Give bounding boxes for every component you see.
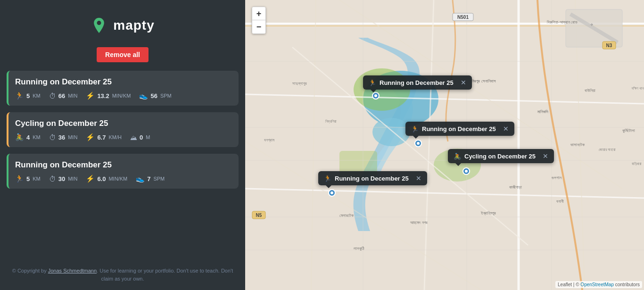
popup-close-4[interactable]: ✕ [416,174,421,182]
stat-cadence-value-1: 56 [150,92,157,99]
time-icon-2 [49,133,56,141]
svg-text:মানিকদি: মানিকদি [537,109,548,114]
bolt-icon-1 [86,91,95,100]
map-popup-4: 🏃 Running on December 25 ✕ [318,171,427,185]
mapty-logo-icon [91,17,107,34]
osm-link[interactable]: OpenStreetMap [580,282,614,287]
stat-time-unit-2: MIN [68,134,77,140]
shoe-icon-1 [139,91,148,100]
leaflet-label: Leaflet [558,282,572,287]
stat-time-unit-1: MIN [68,93,77,99]
svg-text:কুর্মিটোলা: কুর্মিটোলা [622,128,635,133]
stat-cadence-1: 56 SPM [139,91,171,100]
svg-text:✈: ✈ [590,23,594,27]
svg-text:N5: N5 [256,213,262,218]
stat-cadence-value-3: 7 [147,175,150,182]
svg-text:গুলশান: গুলশান [551,175,561,180]
popup-label-3: Cycling on December 25 [464,153,536,160]
stat-pace-unit-3: MIN/KM [108,176,127,182]
popup-close-3[interactable]: ✕ [543,152,548,160]
stat-distance-value-2: 4 [26,134,30,141]
zoom-in-button[interactable]: + [252,7,265,20]
bolt-icon-2 [86,133,95,141]
copyright: © Copyright by Jonas Schmedtmann. Use fo… [0,262,245,290]
stat-time-value-1: 66 [58,92,65,99]
svg-text:কাজীপাড়া: কাজীপাড়া [509,185,522,190]
workout-card-1[interactable]: Running on December 25 5 KM 66 MIN 13.2 … [7,71,239,106]
svg-text:বিরুলিয়া-আক্রান রোড: বিরুলিয়া-আক্রান রোড [547,20,578,25]
popup-close-1[interactable]: ✕ [461,79,466,86]
stat-distance-1: 5 KM [15,91,41,100]
app-name: mapty [113,18,154,33]
svg-point-60 [465,170,468,173]
svg-text:মেলারটেক: মেলারটেক [339,213,354,218]
stat-pace-unit-1: MIN/KM [112,93,131,99]
stat-pace-value-3: 6.0 [97,175,106,182]
map-area: ✈ N501 N3 N5 সাদুল্লাপুর বনগ্রাম মিরপুর … [245,0,644,290]
map-background: ✈ N501 N3 N5 সাদুল্লাপুর বনগ্রাম মিরপুর … [245,0,644,290]
stat-speed-2: 6.7 KM/H [86,133,122,141]
map-pin-3 [462,167,471,175]
workout-card-3[interactable]: Running on December 25 5 KM 30 MIN 6.0 M… [7,154,239,189]
map-popup-3: 🚴 Cycling on December 25 ✕ [448,149,554,163]
svg-text:আহমেদ নগর: আহমেদ নগর [410,220,428,225]
stat-pace-3: 6.0 MIN/KM [86,174,127,183]
stat-distance-value-1: 5 [26,92,30,99]
bolt-icon-3 [86,174,95,183]
workout-card-2[interactable]: Cycling on December 25 4 KM 36 MIN 6.7 K… [7,112,239,147]
time-icon-1 [49,92,56,100]
stat-time-3: 30 MIN [49,174,78,183]
stat-pace-value-1: 13.2 [97,92,109,99]
svg-text:দক্ষিণ খান: দক্ষিণ খান [631,86,644,91]
workout-stats-2: 4 KM 36 MIN 6.7 KM/H 0 M [15,133,230,141]
popup-label-1: Running on December 25 [380,79,454,86]
stat-distance-value-3: 5 [26,175,30,182]
svg-text:লালকুঠি: লালকুঠি [354,246,364,251]
stat-distance-2: 4 KM [15,133,41,141]
stat-cadence-unit-3: SPM [153,176,165,182]
stat-elevation-value-2: 0 [140,134,143,141]
svg-point-0 [97,21,101,25]
workout-title-3: Running on December 25 [15,160,230,170]
workout-title-1: Running on December 25 [15,77,230,87]
svg-text:বাউনিয়া: বাউনিয়া [585,88,595,93]
stat-elevation-unit-2: M [146,134,150,140]
svg-text:সাদুল্লাপুর: সাদুল্লাপুর [292,81,307,86]
stat-distance-3: 5 KM [15,174,41,183]
svg-point-4 [354,68,410,111]
zoom-controls: + − [252,7,266,34]
remove-all-button[interactable]: Remove all [97,47,149,62]
workout-stats-3: 5 KM 30 MIN 6.0 MIN/KM 7 SPM [15,174,230,183]
svg-point-62 [330,191,333,194]
workout-title-2: Cycling on December 25 [15,119,230,128]
stat-cadence-unit-1: SPM [160,93,172,99]
stat-elevation-2: 0 M [130,133,150,141]
stat-distance-unit-1: KM [33,93,41,99]
svg-text:বনগ্রাম: বনগ্রাম [264,138,275,142]
svg-point-58 [417,142,420,145]
popup-close-2[interactable]: ✕ [503,125,509,133]
run-icon-3 [15,174,24,183]
stat-time-value-2: 36 [58,134,65,141]
popup-label-2: Running on December 25 [422,125,496,133]
stat-distance-unit-2: KM [33,134,41,140]
zoom-out-button[interactable]: − [252,20,265,33]
map-pin-2 [414,139,422,148]
stat-time-value-3: 30 [58,175,65,182]
svg-text:বাড়িধারা: বাড়িধারা [632,162,642,166]
stat-cadence-3: 7 SPM [136,174,165,183]
svg-text:বনানী: বনানী [556,199,564,204]
svg-text:মিরপুর সেনানিবাস: মিরপুর সেনানিবাস [471,79,496,83]
sidebar: mapty Remove all Running on December 25 … [0,0,245,290]
logo-area: mapty [91,17,154,34]
run-icon-1 [15,91,24,100]
svg-text:N3: N3 [606,43,612,48]
stat-speed-unit-2: KM/H [108,134,122,140]
map-pin-4 [328,189,336,197]
author-link[interactable]: Jonas Schmedtmann [48,268,97,273]
time-icon-3 [49,175,56,183]
stat-pace-1: 13.2 MIN/KM [86,91,131,100]
popup-run-icon-1: 🏃 [369,79,376,86]
popup-bike-icon-3: 🚴 [454,153,461,160]
svg-text:ভাসানটেক: ভাসানটেক [570,142,585,147]
